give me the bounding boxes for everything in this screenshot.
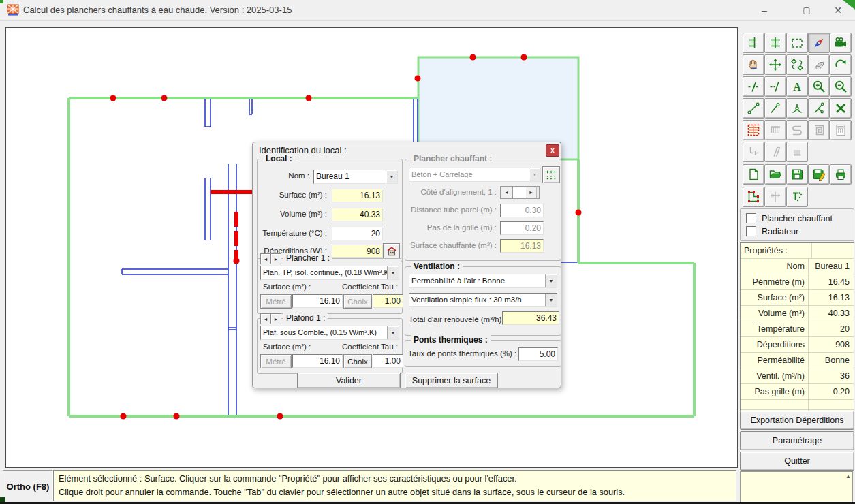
property-label: Déperditions: [741, 337, 809, 352]
scroll-left-icon[interactable]: ◄: [501, 187, 512, 198]
pipe-corner-button: [743, 142, 764, 162]
svg-text:A: A: [793, 81, 801, 93]
cote-alignement-scrollbar[interactable]: ◄ ►: [500, 186, 540, 199]
nom-combobox[interactable]: Bureau 1 ▼: [313, 170, 398, 184]
plafond-tau-field[interactable]: 1.00: [373, 354, 403, 368]
plafond-prev-icon[interactable]: ◄: [260, 313, 271, 324]
camera-icon: [834, 36, 848, 50]
draw-line-button[interactable]: [743, 98, 764, 119]
scroll-right-icon[interactable]: ►: [525, 187, 537, 198]
extend-line-button[interactable]: [764, 76, 786, 97]
revetement-value: Béton + Carrelage: [409, 168, 529, 181]
dialog-close-icon[interactable]: x: [546, 144, 559, 157]
group-ventilation-legend: Ventilation :: [411, 262, 463, 271]
property-value: 16.13: [809, 290, 854, 305]
plafond-surface-field[interactable]: 16.10: [292, 354, 343, 368]
cote-alignement-label: Côté d'alignement, 1 :: [405, 188, 497, 196]
valider-button[interactable]: Valider: [297, 373, 401, 388]
camera-button[interactable]: [830, 33, 852, 53]
parametrage-button[interactable]: Paramétrage: [740, 431, 854, 450]
room-layout-button[interactable]: [743, 187, 764, 207]
property-row: Périmètre (m)16.45: [741, 274, 854, 290]
swap-rotate-button[interactable]: [786, 54, 808, 75]
select-rect-button[interactable]: [786, 33, 808, 53]
trim-line-button[interactable]: [743, 76, 764, 97]
compass-button[interactable]: [808, 33, 830, 53]
plafond-next-icon[interactable]: ►: [270, 313, 281, 324]
move-arrows-button[interactable]: [764, 54, 786, 75]
chevron-down-icon[interactable]: ▼: [387, 266, 399, 279]
open-folder-icon: [768, 168, 782, 181]
swap-rotate-icon: [790, 58, 804, 72]
print-button[interactable]: [830, 164, 852, 185]
heating-grid-button[interactable]: [743, 120, 764, 140]
plafond-tau-label: Coefficient Tau :: [342, 343, 398, 351]
new-file-button[interactable]: [743, 164, 764, 185]
temperature-field[interactable]: 20: [332, 227, 383, 240]
checkbox-icon[interactable]: [746, 226, 756, 236]
chevron-down-icon[interactable]: ▼: [545, 294, 557, 306]
pan-hand-icon: [747, 58, 760, 72]
property-row-empty: [741, 400, 854, 410]
plafond-choix-button[interactable]: Choix: [343, 354, 372, 368]
delete-x-button[interactable]: [830, 98, 852, 119]
plancher-type-combobox[interactable]: Plan. TP, isol. continue., (0.18 W/m².K)…: [260, 266, 399, 280]
plancher-metre-button: Métré: [260, 294, 292, 309]
scroll-thumb[interactable]: [512, 187, 525, 198]
open-folder-button[interactable]: [764, 164, 786, 185]
plafond-surface-label: Surface (m²) :: [263, 343, 311, 351]
wall-axis-both-button[interactable]: [764, 33, 786, 53]
tee-junction-button[interactable]: [786, 98, 808, 119]
save-as-button[interactable]: [808, 164, 830, 185]
compass-icon: [812, 36, 826, 50]
comb-button: [786, 142, 808, 162]
chevron-down-icon[interactable]: ▼: [387, 326, 399, 339]
wall-axis-left-button[interactable]: [743, 33, 764, 53]
property-value: Bureau 1: [809, 259, 854, 274]
checkbox-icon[interactable]: [746, 213, 756, 223]
ortho-indicator[interactable]: Ortho (F8): [3, 470, 53, 503]
scroll-up-icon[interactable]: ▲: [845, 473, 851, 479]
calculator-icon: [834, 123, 848, 137]
grid-pattern-button[interactable]: [542, 166, 560, 183]
deperditions-detail-button[interactable]: [383, 243, 400, 259]
radiateur-checkbox-row[interactable]: Radiateur: [746, 226, 798, 236]
t-marker-button[interactable]: [786, 187, 808, 207]
ventilation-flux-combobox[interactable]: Ventilation simple flux : 30 m3/h ▼: [409, 293, 557, 307]
plancher-next-icon[interactable]: ►: [270, 253, 281, 264]
branch-icon: [812, 101, 826, 115]
property-row: Pas grille (m)0.20: [741, 384, 854, 400]
supprimer-surface-button[interactable]: Supprimer la surface: [405, 373, 498, 388]
permeabilite-combobox[interactable]: Perméabilité à l'air : Bonne ▼: [409, 274, 557, 288]
refresh-button[interactable]: [830, 54, 852, 75]
zoom-out-icon: [834, 80, 848, 93]
quitter-button[interactable]: Quitter: [740, 452, 854, 471]
plafond-type-combobox[interactable]: Plaf. sous Comble., (0.15 W/m².K) ▼: [260, 326, 399, 340]
plancher-surface-field[interactable]: 16.10: [292, 294, 343, 308]
chevron-down-icon[interactable]: ▼: [386, 170, 397, 183]
distance-tube-field: 0.30: [500, 204, 544, 217]
plancher-chauffant-checkbox-row[interactable]: Plancher chauffant: [746, 213, 833, 223]
zoom-out-button[interactable]: [830, 76, 852, 97]
pan-hand-button[interactable]: [743, 54, 764, 75]
exportation-deperditions-button[interactable]: Exportation Déperditions: [740, 411, 854, 430]
pipe-corner-icon: [747, 145, 760, 159]
taux-ponts-label: Taux de ponts thermiques (%) :: [408, 349, 514, 358]
draw-polyline-button[interactable]: [764, 98, 786, 119]
nom-value: Bureau 1: [314, 170, 386, 183]
calculator-button: [830, 120, 852, 140]
branch-button[interactable]: [808, 98, 830, 119]
plancher-prev-icon[interactable]: ◄: [260, 253, 271, 264]
property-row: Température20: [741, 321, 854, 337]
checkbox-label: Plancher chauffant: [762, 214, 833, 223]
total-air-label: Total d'air renouvelé (m³/h) :: [409, 315, 506, 324]
save-button[interactable]: [786, 164, 808, 185]
taux-ponts-field[interactable]: 5.00: [518, 347, 558, 361]
group-plancher1-legend: Plancher 1 :: [283, 253, 332, 263]
select-rect-icon: [790, 36, 804, 50]
minimize-icon[interactable]: –: [753, 0, 776, 20]
maximize-icon[interactable]: ▢: [795, 0, 818, 20]
zoom-in-button[interactable]: [808, 76, 830, 97]
chevron-down-icon[interactable]: ▼: [545, 274, 557, 287]
text-button[interactable]: A: [786, 76, 808, 97]
